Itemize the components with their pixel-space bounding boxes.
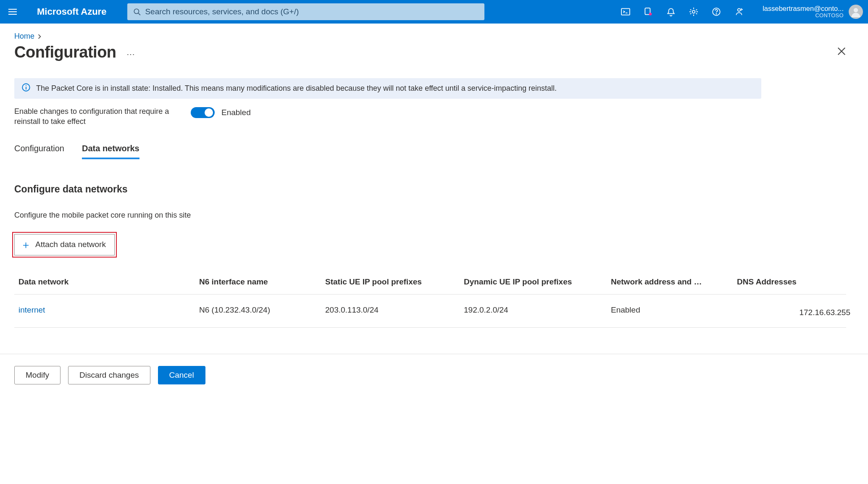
content: The Packet Core is in install state: Ins… bbox=[0, 61, 868, 328]
feedback-icon[interactable] bbox=[734, 7, 744, 17]
close-icon[interactable] bbox=[837, 47, 846, 58]
table-header: Data network N6 interface name Static UE… bbox=[14, 273, 846, 295]
global-search[interactable]: Search resources, services, and docs (G+… bbox=[127, 3, 484, 20]
settings-gear-icon[interactable] bbox=[689, 7, 699, 17]
enable-toggle[interactable]: Enabled bbox=[191, 107, 251, 118]
tabs: Configuration Data networks bbox=[14, 141, 854, 159]
page-header: Configuration ⋯ bbox=[0, 41, 868, 61]
section-desc: Configure the mobile packet core running… bbox=[14, 211, 854, 220]
svg-point-10 bbox=[854, 8, 858, 12]
help-icon[interactable] bbox=[711, 7, 721, 17]
section-title: Configure data networks bbox=[14, 184, 854, 195]
attach-data-network-button[interactable]: ＋ Attach data network bbox=[14, 234, 115, 255]
enable-label: Enable changes to configuration that req… bbox=[14, 106, 191, 127]
avatar[interactable] bbox=[849, 5, 863, 19]
more-actions-icon[interactable]: ⋯ bbox=[126, 49, 136, 59]
row-n6: N6 (10.232.43.0/24) bbox=[199, 305, 325, 315]
brand[interactable]: Microsoft Azure bbox=[37, 6, 106, 17]
info-banner: The Packet Core is in install state: Ins… bbox=[14, 78, 761, 99]
breadcrumb: Home bbox=[0, 24, 868, 41]
plus-icon: ＋ bbox=[21, 239, 31, 250]
search-icon bbox=[133, 8, 141, 16]
notifications-icon[interactable] bbox=[666, 7, 676, 17]
col-n6[interactable]: N6 interface name bbox=[199, 277, 325, 287]
row-data-network-link[interactable]: internet bbox=[18, 305, 199, 315]
attach-label: Attach data network bbox=[35, 240, 106, 249]
cloud-shell-icon[interactable] bbox=[621, 7, 631, 17]
toggle-state: Enabled bbox=[221, 108, 251, 117]
row-dynamic-pool: 192.0.2.0/24 bbox=[464, 305, 611, 315]
data-networks-table: Data network N6 interface name Static UE… bbox=[14, 273, 846, 328]
discard-button[interactable]: Discard changes bbox=[68, 366, 150, 384]
tab-data-networks[interactable]: Data networks bbox=[82, 141, 139, 159]
breadcrumb-home[interactable]: Home bbox=[14, 32, 34, 41]
enable-changes-row: Enable changes to configuration that req… bbox=[14, 106, 854, 127]
copilot-icon[interactable] bbox=[643, 7, 653, 17]
svg-point-8 bbox=[716, 13, 716, 14]
table-row[interactable]: internet N6 (10.232.43.0/24) 203.0.113.0… bbox=[14, 295, 846, 328]
info-icon bbox=[22, 83, 30, 94]
tab-configuration[interactable]: Configuration bbox=[14, 141, 64, 159]
toggle-switch[interactable] bbox=[191, 107, 215, 118]
col-static-pool[interactable]: Static UE IP pool prefixes bbox=[325, 277, 464, 287]
svg-line-1 bbox=[139, 13, 141, 15]
chevron-right-icon bbox=[37, 34, 42, 39]
info-text: The Packet Core is in install state: Ins… bbox=[36, 84, 557, 93]
col-network-addr[interactable]: Network address and … bbox=[611, 277, 737, 287]
topbar-tools: lassebertrasmen@conto... CONTOSO bbox=[621, 5, 863, 19]
search-placeholder: Search resources, services, and docs (G+… bbox=[145, 7, 299, 16]
svg-rect-2 bbox=[621, 8, 630, 15]
account-text: lassebertrasmen@conto... CONTOSO bbox=[763, 5, 844, 19]
svg-point-0 bbox=[134, 9, 139, 13]
page-title: Configuration bbox=[14, 43, 116, 61]
svg-point-6 bbox=[692, 11, 695, 13]
account-block[interactable]: lassebertrasmen@conto... CONTOSO bbox=[763, 5, 863, 19]
account-org: CONTOSO bbox=[763, 13, 844, 19]
account-email: lassebertrasmen@conto... bbox=[763, 5, 844, 13]
azure-topbar: Microsoft Azure Search resources, servic… bbox=[0, 0, 868, 24]
row-dns: 172.16.63.255 bbox=[737, 308, 850, 317]
row-static-pool: 203.0.113.0/24 bbox=[325, 305, 464, 315]
svg-point-5 bbox=[649, 13, 652, 16]
col-dns[interactable]: DNS Addresses bbox=[737, 277, 850, 287]
svg-point-15 bbox=[26, 85, 26, 86]
col-dynamic-pool[interactable]: Dynamic UE IP pool prefixes bbox=[464, 277, 611, 287]
svg-point-9 bbox=[738, 8, 741, 11]
cancel-button[interactable]: Cancel bbox=[158, 366, 205, 384]
col-data-network[interactable]: Data network bbox=[18, 277, 199, 287]
row-network-addr: Enabled bbox=[611, 305, 737, 315]
menu-icon[interactable] bbox=[5, 5, 20, 18]
modify-button[interactable]: Modify bbox=[14, 366, 60, 384]
actions-bar: Modify Discard changes Cancel bbox=[0, 354, 868, 396]
